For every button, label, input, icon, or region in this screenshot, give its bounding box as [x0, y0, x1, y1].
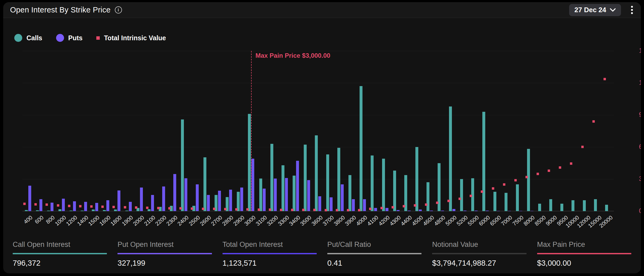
- x-axis-tick: 400: [22, 214, 34, 225]
- strike-group-2900: [234, 51, 246, 211]
- x-axis-tick: 3600: [310, 214, 324, 227]
- intrinsic-value-dot: [592, 120, 595, 123]
- strike-group-2800: [223, 51, 234, 211]
- calls-bar: [81, 211, 84, 211]
- intrinsic-value-dot: [425, 203, 427, 206]
- expiry-date-label: 27 Dec 24: [574, 6, 606, 14]
- x-axis-tick: 4000: [355, 214, 368, 227]
- puts-bar: [464, 211, 466, 211]
- puts-bar: [318, 196, 321, 211]
- strike-group-2700: [212, 51, 223, 211]
- legend: Calls Puts Total Intrinsic Value: [14, 34, 180, 42]
- intrinsic-value-dot: [604, 78, 606, 80]
- calls-bar: [371, 155, 374, 211]
- intrinsic-value-dot: [313, 209, 316, 211]
- intrinsic-value-dot: [392, 206, 394, 208]
- calls-bar: [393, 171, 396, 211]
- puts-bar: [263, 189, 266, 211]
- intrinsic-value-dot: [46, 203, 48, 206]
- puts-bar: [441, 211, 444, 211]
- legend-item-intrinsic[interactable]: Total Intrinsic Value: [96, 34, 166, 42]
- calls-bar: [538, 204, 541, 211]
- strike-group-2000: [134, 51, 145, 211]
- puts-bar: [508, 211, 511, 211]
- legend-label: Puts: [68, 34, 83, 42]
- intrinsic-value-dot: [358, 209, 360, 211]
- intrinsic-value-dot: [213, 208, 215, 210]
- strike-group-12000: [580, 51, 591, 211]
- legend-item-puts[interactable]: Puts: [56, 34, 83, 42]
- stat-value: $3,000.00: [537, 259, 631, 268]
- x-axis-tick: 1900: [121, 214, 134, 227]
- calls-bar: [360, 86, 362, 211]
- calls-bar: [92, 210, 95, 211]
- intrinsic-value-dot: [459, 198, 461, 200]
- calls-bar: [337, 148, 340, 211]
- y-axis-right-tick: 6G: [639, 143, 641, 150]
- intrinsic-value-dot: [157, 207, 160, 209]
- x-axis-tick: 2800: [221, 214, 234, 227]
- strike-group-3100: [257, 51, 268, 211]
- strike-group-20000: [603, 51, 614, 211]
- intrinsic-value-dot: [503, 183, 505, 186]
- intrinsic-value-dot: [347, 209, 349, 211]
- calls-bar: [482, 112, 485, 211]
- calls-bar: [304, 145, 307, 211]
- intrinsic-value-dot: [68, 205, 70, 207]
- puts-bar: [497, 211, 500, 211]
- puts-bar: [162, 186, 165, 211]
- intrinsic-value-dot: [135, 206, 137, 209]
- calls-bar: [583, 200, 586, 211]
- stat-value: 796,372: [13, 259, 107, 268]
- intrinsic-value-dot: [291, 209, 293, 211]
- legend-item-calls[interactable]: Calls: [14, 34, 42, 42]
- x-axis-tick: 6000: [478, 214, 491, 227]
- x-axis-tick: 2300: [165, 214, 179, 227]
- x-axis-tick: 1000: [54, 214, 67, 227]
- intrinsic-marker-icon: [96, 36, 100, 40]
- calls-bar: [25, 210, 28, 211]
- stat-underline: [13, 253, 107, 254]
- intrinsic-value-dot: [235, 208, 238, 211]
- strike-group-4000: [357, 51, 368, 211]
- intrinsic-value-dot: [537, 173, 539, 175]
- strike-group-3800: [335, 51, 346, 211]
- calls-bar: [449, 106, 452, 211]
- expiry-date-dropdown[interactable]: 27 Dec 24: [569, 4, 621, 16]
- puts-bar: [51, 203, 53, 211]
- y-axis-right-tick: 0: [639, 207, 641, 215]
- x-axis-tick: 4600: [422, 214, 435, 227]
- open-interest-chart: 75k15G60k12G45k9G30k6G15k3G00Max Pain Pr…: [3, 51, 641, 234]
- strike-group-800: [45, 51, 56, 211]
- calls-bar: [58, 209, 61, 211]
- calls-bar: [415, 147, 418, 211]
- intrinsic-value-dot: [57, 204, 59, 207]
- puts-bar: [486, 211, 489, 211]
- strike-group-6500: [491, 51, 502, 211]
- intrinsic-value-dot: [525, 176, 528, 178]
- info-icon[interactable]: i: [115, 6, 122, 14]
- strike-group-4300: [391, 51, 402, 211]
- puts-bar: [218, 191, 221, 211]
- puts-bar: [62, 199, 65, 211]
- calls-bar: [505, 193, 507, 211]
- kebab-menu-button[interactable]: [630, 5, 634, 15]
- stat-label: Call Open Interest: [13, 241, 107, 249]
- x-axis-tick: 2000: [132, 214, 145, 227]
- strike-group-9500: [558, 51, 569, 211]
- calls-bar: [382, 159, 385, 211]
- puts-bar: [341, 184, 344, 211]
- x-axis-tick: 4100: [366, 214, 380, 227]
- strike-group-2300: [167, 51, 179, 211]
- x-axis-tick: 9000: [545, 214, 558, 227]
- intrinsic-value-dot: [447, 200, 450, 202]
- stat-underline: [327, 253, 421, 254]
- calls-bar: [282, 165, 284, 211]
- intrinsic-value-dot: [90, 205, 93, 208]
- calls-bar: [326, 154, 329, 211]
- calls-bar: [47, 211, 50, 211]
- options-dashboard-card: Open Interest By Strike Price i 27 Dec 2…: [3, 2, 641, 273]
- strike-group-1000: [56, 51, 67, 211]
- puts-bar: [352, 199, 355, 211]
- plot-area: 75k15G60k12G45k9G30k6G15k3G00Max Pain Pr…: [22, 51, 614, 211]
